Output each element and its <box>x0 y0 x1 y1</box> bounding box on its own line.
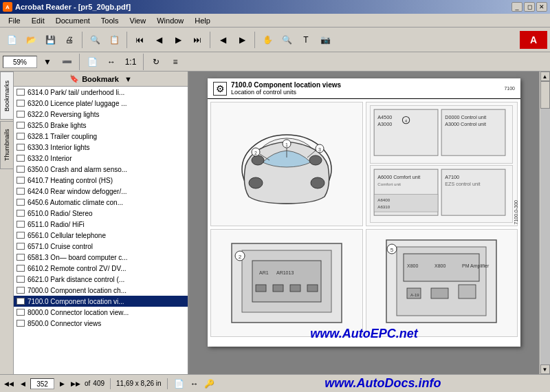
bookmark-item-label-21: 8500.0 Connector views <box>28 320 101 327</box>
menu-window[interactable]: Window <box>151 15 189 26</box>
copy-button[interactable]: 📋 <box>105 31 123 49</box>
bookmark-item-label-10: 6450.6 Automatic climate con... <box>28 199 123 206</box>
adobe-logo: A <box>520 31 547 49</box>
bookmark-item-19[interactable]: 7100.0 Component location vi... <box>14 296 188 307</box>
menu-document[interactable]: Document <box>50 15 96 26</box>
zoom-dropdown[interactable]: ▼ <box>38 53 56 71</box>
close-button[interactable]: ✕ <box>536 2 547 12</box>
zoom-level[interactable]: 59% <box>3 56 37 68</box>
bookmark-item-label-6: 6332.0 Interior <box>28 155 72 162</box>
svg-text:A-19: A-19 <box>410 293 419 297</box>
svg-rect-53 <box>431 288 448 298</box>
bookmark-item-label-11: 6510.0 Radio/ Stereo <box>28 210 93 217</box>
zoom-in-button[interactable]: 🔍 <box>278 31 296 49</box>
svg-rect-41 <box>290 285 300 292</box>
status-fit[interactable]: 📄 <box>173 378 186 390</box>
current-page[interactable]: 352 <box>30 378 54 389</box>
hand-tool[interactable]: ✋ <box>258 31 276 49</box>
zoom-out[interactable]: ➖ <box>58 53 76 71</box>
sep1 <box>82 32 82 48</box>
menu-tools[interactable]: Tools <box>96 15 124 26</box>
first-page-nav[interactable]: ◀◀ <box>3 378 15 390</box>
svg-rect-42 <box>307 285 318 292</box>
next-page-button[interactable]: ▶ <box>169 31 187 49</box>
bookmark-item-label-1: 6320.0 Licence plate/ luggage ... <box>28 100 127 107</box>
snapshot-button[interactable]: 📷 <box>316 31 334 49</box>
menu-view[interactable]: View <box>124 15 152 26</box>
page-header: ⚙ 7100.0 Component location views Locati… <box>208 78 520 99</box>
svg-text:AR1: AR1 <box>259 270 269 275</box>
status-fit-width[interactable]: ↔ <box>188 378 201 390</box>
bookmark-item-18[interactable]: 7000.0 Component location ch... <box>14 285 188 296</box>
bookmark-item-14[interactable]: 6571.0 Cruise control <box>14 241 188 252</box>
bookmark-item-6[interactable]: 6332.0 Interior <box>14 153 188 164</box>
bookmark-item-5[interactable]: 6330.3 Interior lights <box>14 142 188 153</box>
new-button[interactable]: 📄 <box>3 31 21 49</box>
sep2 <box>126 32 127 48</box>
svg-text:PM Amplifier: PM Amplifier <box>462 263 490 269</box>
scroll-down-arrow[interactable]: ▼ <box>540 364 550 374</box>
bookmark-item-0[interactable]: 6314.0 Park/ tail/ underhood li... <box>14 87 188 98</box>
bookmark-item-9[interactable]: 6424.0 Rear window defogger/... <box>14 186 188 197</box>
svg-text:1: 1 <box>285 142 288 147</box>
status-website: www.AutoDocs.info <box>219 376 547 391</box>
menu-edit[interactable]: Edit <box>26 15 50 26</box>
svg-text:D0000 Control unit: D0000 Control unit <box>445 114 486 120</box>
toolbar-secondary: 59% ▼ ➖ 📄 ↔ 1:1 ↻ ≡ <box>0 52 550 72</box>
bookmarks-tab[interactable]: Bookmarks <box>0 72 14 120</box>
sep6 <box>143 54 144 70</box>
sidebar-tabs: Bookmarks Thumbnails <box>0 72 14 374</box>
bookmark-item-3[interactable]: 6325.0 Brake lights <box>14 120 188 131</box>
bookmark-item-16[interactable]: 6610.2 Remote control ZV/ DV... <box>14 263 188 274</box>
status-key[interactable]: 🔑 <box>204 378 216 390</box>
prev-page-button[interactable]: ◀ <box>150 31 168 49</box>
bookmark-item-7[interactable]: 6350.0 Crash and alarm senso... <box>14 164 188 175</box>
bookmark-item-12[interactable]: 6511.0 Radio/ HiFi <box>14 219 188 230</box>
reflow-button[interactable]: ≡ <box>166 53 184 71</box>
forward-button[interactable]: ▶ <box>233 31 251 49</box>
bookmark-item-15[interactable]: 6581.3 On— board computer c... <box>14 252 188 263</box>
bookmark-item-10[interactable]: 6450.6 Automatic climate con... <box>14 197 188 208</box>
bookmarks-dropdown-arrow[interactable]: ▼ <box>124 75 132 83</box>
fit-width[interactable]: ↔ <box>102 53 120 71</box>
scroll-up-arrow[interactable]: ▲ <box>540 72 550 81</box>
sep5 <box>79 54 80 70</box>
bookmark-item-17[interactable]: 6621.0 Park distance control (... <box>14 274 188 285</box>
bookmark-item-label-19: 7100.0 Component location vi... <box>28 298 124 305</box>
title-bar: A Acrobat Reader - [pr5_20gb.pdf] _ ◻ ✕ <box>0 0 550 14</box>
save-button[interactable]: 💾 <box>41 31 59 49</box>
side-text: 7100.0-300 <box>514 200 518 224</box>
bookmark-icon: 🔖 <box>69 74 79 83</box>
menu-file[interactable]: File <box>3 15 26 26</box>
back-button[interactable]: ◀ <box>214 31 232 49</box>
bookmark-item-20[interactable]: 8000.0 Connector location view... <box>14 307 188 318</box>
fit-actual[interactable]: 1:1 <box>122 53 140 71</box>
first-page-button[interactable]: ⏮ <box>131 31 148 49</box>
bookmark-item-4[interactable]: 6328.1 Trailer coupling <box>14 131 188 142</box>
thumbnails-tab[interactable]: Thumbnails <box>0 121 14 169</box>
fit-page[interactable]: 📄 <box>83 53 101 71</box>
last-page-button[interactable]: ⏭ <box>188 31 206 49</box>
interior-svg: X800 X800 PM Amplifier 5 A-19 <box>373 230 510 336</box>
bookmark-item-8[interactable]: 6410.7 Heating control (HS) <box>14 175 188 186</box>
bookmark-item-21[interactable]: 8500.0 Connector views <box>14 318 188 329</box>
text-select[interactable]: T <box>297 31 315 49</box>
print-button[interactable]: 🖨 <box>60 31 78 49</box>
bookmark-item-1[interactable]: 6320.0 Licence plate/ luggage ... <box>14 98 188 109</box>
open-button[interactable]: 📂 <box>22 31 40 49</box>
scroll-thumb[interactable] <box>540 81 550 109</box>
rotate-view[interactable]: ↻ <box>147 53 165 71</box>
title-bar-left: A Acrobat Reader - [pr5_20gb.pdf] <box>3 2 131 12</box>
svg-rect-34 <box>252 261 321 302</box>
prev-page-nav[interactable]: ◀ <box>16 378 29 390</box>
minimize-button[interactable]: _ <box>512 2 522 12</box>
last-page-nav[interactable]: ▶▶ <box>69 378 82 390</box>
bookmark-item-2[interactable]: 6322.0 Reversing lights <box>14 109 188 120</box>
bookmark-item-13[interactable]: 6561.0 Cellular telephone <box>14 230 188 241</box>
find-button[interactable]: 🔍 <box>86 31 104 49</box>
bookmark-item-label-0: 6314.0 Park/ tail/ underhood li... <box>28 89 124 96</box>
restore-button[interactable]: ◻ <box>524 2 535 12</box>
bookmark-item-11[interactable]: 6510.0 Radio/ Stereo <box>14 208 188 219</box>
next-page-nav[interactable]: ▶ <box>56 378 68 390</box>
menu-help[interactable]: Help <box>189 15 216 26</box>
